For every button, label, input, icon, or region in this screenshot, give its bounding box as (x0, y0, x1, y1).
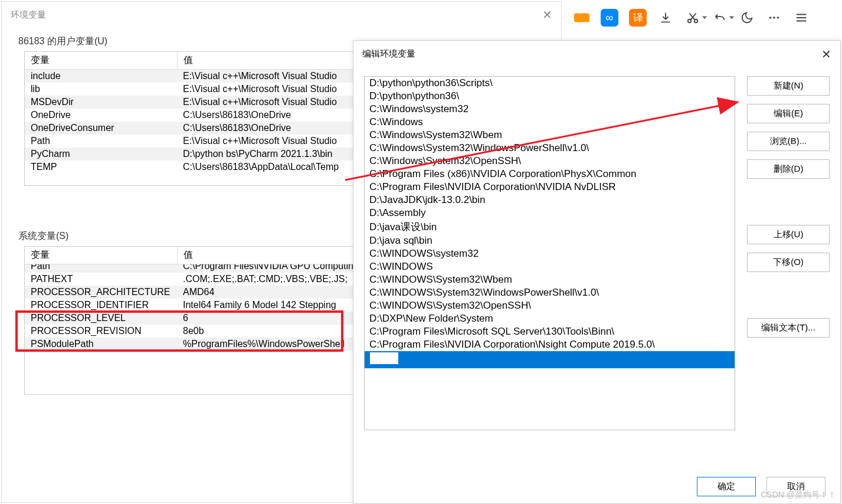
list-item[interactable]: D:\DXP\New Folder\System (365, 312, 735, 325)
edit-button[interactable]: 编辑(E) (747, 104, 830, 123)
browse-button[interactable]: 浏览(B)... (747, 132, 830, 151)
path-edit-input[interactable] (369, 352, 399, 365)
browser-toolbar: ∞ 译 (565, 0, 842, 35)
moon-icon[interactable] (739, 9, 755, 26)
list-item[interactable]: D:\java课设\bin (365, 220, 735, 234)
delete-button[interactable]: 删除(D) (747, 159, 830, 179)
list-item[interactable]: C:\Program Files\NVIDIA Corporation\NVID… (365, 181, 735, 194)
translate-icon[interactable]: 译 (629, 9, 647, 27)
list-item[interactable]: C:\Program Files\NVIDIA Corporation\Nsig… (365, 338, 735, 351)
list-item[interactable]: C:\WINDOWS\System32\Wbem (365, 273, 735, 286)
list-item[interactable]: C:\Program Files (x86)\NVIDIA Corporatio… (365, 168, 735, 181)
more-icon[interactable] (766, 9, 782, 26)
movedown-button[interactable]: 下移(O) (747, 253, 830, 272)
gamepad-icon[interactable] (574, 9, 590, 26)
new-path-entry[interactable] (365, 351, 735, 368)
list-item[interactable]: D:\python\python36\ (365, 90, 735, 103)
svg-point-4 (777, 17, 779, 19)
download-icon[interactable] (657, 9, 674, 26)
ok-button[interactable]: 确定 (697, 477, 756, 496)
svg-point-3 (773, 17, 775, 19)
list-item[interactable]: D:\python\python36\Scripts\ (365, 77, 735, 90)
new-button[interactable]: 新建(N) (747, 76, 830, 96)
list-item[interactable]: C:\Windows\system32 (365, 103, 735, 116)
infinity-icon[interactable]: ∞ (601, 9, 618, 27)
list-item[interactable]: C:\WINDOWS\system32 (365, 247, 735, 260)
list-item[interactable]: D:\java sql\bin (365, 234, 735, 247)
edittext-button[interactable]: 编辑文本(T)... (747, 318, 830, 338)
close-icon[interactable]: ✕ (542, 8, 552, 22)
list-item[interactable]: C:\WINDOWS\System32\WindowsPowerShell\v1… (365, 286, 735, 299)
menu-icon[interactable] (793, 9, 810, 26)
close-icon[interactable]: ✕ (821, 47, 831, 61)
moveup-button[interactable]: 上移(U) (747, 225, 830, 244)
list-item[interactable]: C:\Windows\System32\Wbem (365, 129, 735, 142)
list-item[interactable]: D:\Assembly (365, 207, 735, 220)
dialog-title: 环境变量 (2, 2, 561, 28)
svg-point-2 (769, 17, 772, 19)
col-variable[interactable]: 变量 (25, 52, 177, 70)
list-item[interactable]: C:\Windows\System32\WindowsPowerShell\v1… (365, 142, 735, 155)
watermark: CSDN @菜狗号！！ (761, 490, 836, 500)
dialog2-title: 编辑环境变量 (362, 48, 415, 60)
path-list[interactable]: D:\python\python36\Scripts\D:\python\pyt… (364, 76, 735, 430)
list-item[interactable]: C:\WINDOWS\System32\OpenSSH\ (365, 299, 735, 312)
list-item[interactable]: C:\Windows (365, 116, 735, 129)
list-item[interactable]: D:\JavaJDK\jdk-13.0.2\bin (365, 194, 735, 207)
edit-env-var-dialog: 编辑环境变量 ✕ D:\python\python36\Scripts\D:\p… (353, 40, 841, 504)
list-item[interactable]: C:\WINDOWS (365, 260, 735, 273)
undo-icon[interactable] (712, 9, 728, 26)
cut-icon[interactable] (684, 9, 701, 26)
list-item[interactable]: C:\Program Files\Microsoft SQL Server\13… (365, 325, 735, 338)
list-item[interactable]: C:\Windows\System32\OpenSSH\ (365, 155, 735, 168)
col-variable[interactable]: 变量 (25, 247, 177, 264)
